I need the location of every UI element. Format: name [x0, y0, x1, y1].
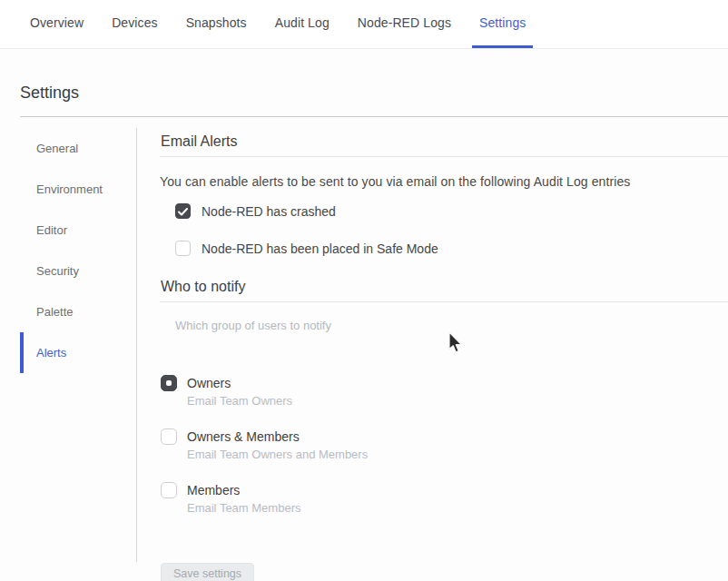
tab-overview[interactable]: Overview: [23, 0, 91, 48]
radio-owners-members[interactable]: [161, 428, 177, 445]
notify-option-description: Email Team Owners: [187, 394, 728, 408]
notify-option-members[interactable]: Members Email Team Members: [161, 482, 728, 515]
sidebar-item-environment[interactable]: Environment: [20, 169, 136, 210]
checkbox-crashed[interactable]: [175, 203, 191, 219]
settings-sidebar: General Environment Editor Security Pale…: [0, 128, 137, 562]
radio-selected-icon: [166, 380, 172, 386]
tab-audit-log[interactable]: Audit Log: [268, 0, 337, 48]
sidebar-item-editor[interactable]: Editor: [20, 210, 136, 251]
alert-option-label[interactable]: Node-RED has been placed in Safe Mode: [202, 241, 438, 256]
notify-option-description: Email Team Owners and Members: [187, 448, 728, 461]
alerts-panel: Email Alerts You can enable alerts to be…: [137, 117, 728, 581]
notify-hint: Which group of users to notify: [175, 319, 728, 332]
alert-option-crashed[interactable]: Node-RED has crashed: [175, 203, 728, 219]
alert-option-label[interactable]: Node-RED has crashed: [202, 204, 336, 219]
sidebar-item-security[interactable]: Security: [20, 251, 136, 291]
sidebar-item-alerts[interactable]: Alerts: [20, 332, 136, 373]
page-title: Settings: [20, 83, 728, 103]
check-icon: [178, 203, 188, 220]
tab-node-red-logs[interactable]: Node-RED Logs: [350, 0, 458, 48]
tab-devices[interactable]: Devices: [104, 0, 165, 48]
notify-option-label[interactable]: Owners & Members: [187, 429, 300, 444]
radio-members[interactable]: [161, 482, 177, 498]
sidebar-item-general[interactable]: General: [20, 128, 136, 169]
email-alerts-description: You can enable alerts to be sent to you …: [160, 174, 728, 189]
tab-snapshots[interactable]: Snapshots: [179, 0, 254, 48]
notify-option-description: Email Team Members: [187, 501, 728, 515]
alert-option-safe-mode[interactable]: Node-RED has been placed in Safe Mode: [175, 241, 728, 256]
sidebar-item-palette[interactable]: Palette: [20, 291, 136, 332]
tab-settings[interactable]: Settings: [472, 0, 533, 48]
save-settings-button[interactable]: Save settings: [161, 563, 254, 581]
notify-option-owners-members[interactable]: Owners & Members Email Team Owners and M…: [161, 428, 728, 461]
email-alerts-heading: Email Alerts: [160, 133, 728, 157]
radio-owners[interactable]: [161, 375, 177, 391]
checkbox-safe-mode[interactable]: [175, 241, 191, 256]
notify-option-owners[interactable]: Owners Email Team Owners: [161, 375, 728, 408]
who-to-notify-heading: Who to notify: [160, 278, 728, 302]
settings-content: General Environment Editor Security Pale…: [0, 117, 728, 581]
notify-option-label[interactable]: Owners: [187, 376, 231, 390]
top-nav: Overview Devices Snapshots Audit Log Nod…: [0, 0, 728, 49]
notify-option-label[interactable]: Members: [187, 483, 240, 497]
